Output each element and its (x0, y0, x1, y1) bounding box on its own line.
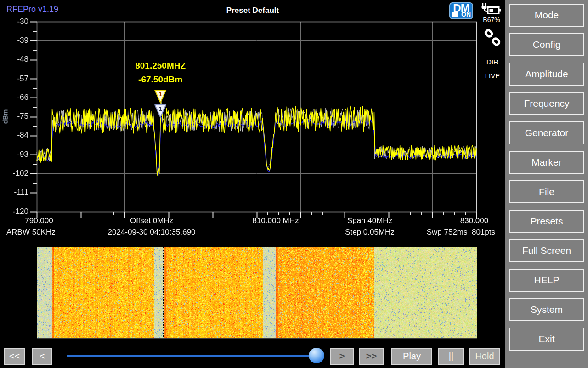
sidebar-button-marker[interactable]: Marker (509, 151, 584, 174)
x-axis-center-label: 810.000 MHz (239, 216, 312, 225)
timeline-slider-thumb[interactable] (309, 348, 324, 363)
sidebar-button-exit[interactable]: Exit (509, 328, 584, 351)
rfepro-window: RFEPro v1.19 Preset Default DM ON B67% D… (0, 0, 588, 368)
play-button[interactable]: Play (391, 348, 432, 365)
sidebar-button-frequency[interactable]: Frequency (509, 92, 584, 115)
x-axis-end-label: 830.000 (452, 216, 496, 225)
sidebar-button-system[interactable]: System (509, 298, 584, 321)
sidebar-button-generator[interactable]: Generator (509, 121, 584, 144)
step-forward-button[interactable]: > (330, 348, 354, 365)
sidebar-button-file[interactable]: File (509, 180, 584, 203)
step-back-button[interactable]: < (32, 348, 52, 365)
sidebar-button-fullscreen[interactable]: Full Screen (509, 239, 584, 262)
timeline-slider-track[interactable] (67, 355, 316, 357)
y-axis-label: dBm (1, 106, 9, 127)
sweep-info-label: Swp 752ms 801pts (420, 228, 495, 237)
spectrum-plot (0, 0, 505, 244)
span-label: Span 40MHz (338, 216, 402, 225)
rewind-button[interactable]: << (4, 348, 25, 365)
x-axis-start-label: 790.000 (14, 216, 64, 225)
sidebar-button-help[interactable]: HELP (509, 269, 584, 292)
hold-button[interactable]: Hold (469, 348, 500, 365)
rbw-label: ARBW 50KHz (6, 228, 56, 237)
waterfall-display (37, 247, 477, 339)
sidebar-button-mode[interactable]: Mode (509, 4, 584, 27)
sidebar-button-presets[interactable]: Presets (509, 210, 584, 233)
sidebar-menu: Mode Config Amplitude Frequency Generato… (505, 0, 588, 368)
timestamp-label: 2024-09-30 04:10:35.690 (106, 228, 198, 237)
pause-button[interactable]: || (438, 348, 464, 365)
sidebar-button-amplitude[interactable]: Amplitude (509, 63, 584, 86)
step-label: Step 0.05MHz (340, 228, 400, 237)
offset-label: Offset 0MHz (117, 216, 186, 225)
sidebar-button-config[interactable]: Config (509, 33, 584, 56)
fast-forward-button[interactable]: >> (359, 348, 384, 365)
